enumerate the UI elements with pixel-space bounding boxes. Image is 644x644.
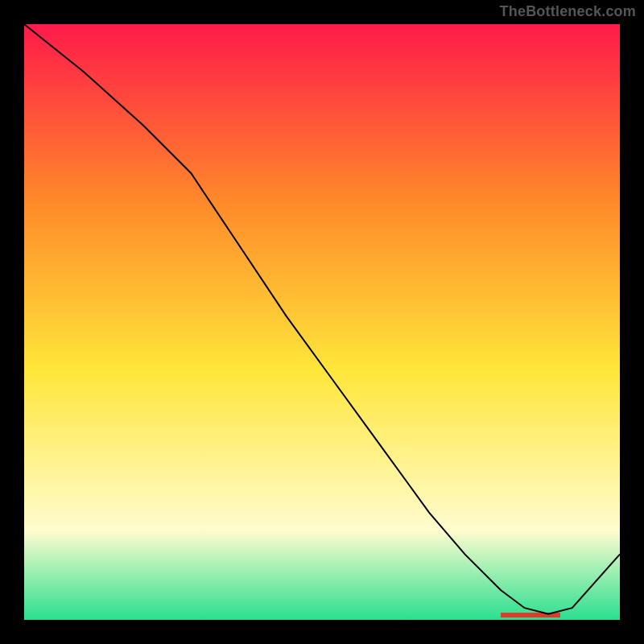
gradient-background <box>24 24 620 620</box>
plot-area <box>24 24 620 620</box>
chart-svg <box>24 24 620 620</box>
chart-container: TheBottleneck.com <box>0 0 644 644</box>
attribution-label: TheBottleneck.com <box>500 3 636 20</box>
